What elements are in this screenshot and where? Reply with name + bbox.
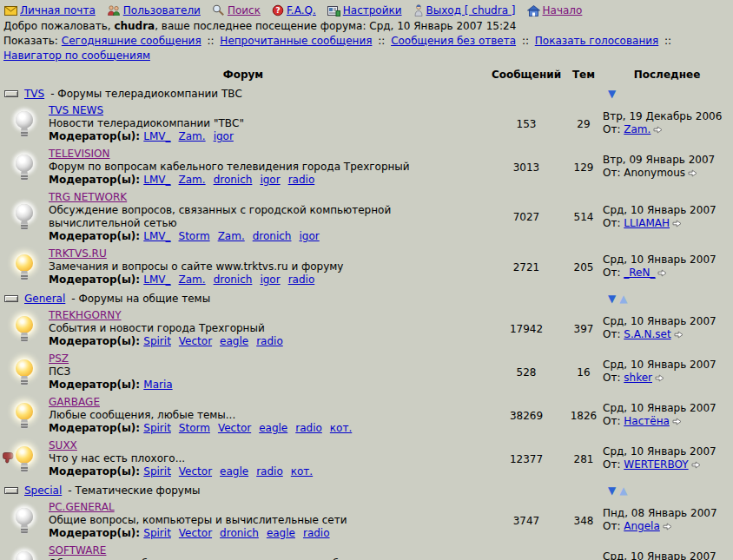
last-poster-link[interactable]: Zam. <box>624 123 650 135</box>
goto-post-icon[interactable] <box>672 218 682 231</box>
show-filter-link[interactable]: Сообщения без ответа <box>391 35 516 47</box>
nav-link-logout[interactable]: Выход [ chudra ] <box>426 4 516 16</box>
forum-title-link[interactable]: TREKHGORNY <box>49 309 122 321</box>
moderator-link[interactable]: eagle <box>220 465 248 478</box>
moderator-link[interactable]: Spirit <box>143 335 171 347</box>
nav-link-faq[interactable]: F.A.Q. <box>287 4 316 16</box>
moderator-link[interactable]: Spirit <box>143 422 171 434</box>
moderator-link[interactable]: igor <box>214 130 234 142</box>
moderator-link[interactable]: dronich <box>214 273 253 286</box>
last-poster-link[interactable]: S.A.N.set <box>624 328 670 340</box>
category-link[interactable]: General <box>24 293 65 305</box>
last-poster-link[interactable]: Настёна <box>624 415 670 427</box>
goto-post-icon[interactable] <box>655 372 664 385</box>
welcome-prefix: Добро пожаловать, <box>3 20 114 32</box>
moderator-link[interactable]: igor <box>260 273 280 286</box>
posts-count: 3747 <box>486 515 566 527</box>
goto-post-icon[interactable] <box>653 124 663 137</box>
moderator-link[interactable]: Vector <box>179 465 212 478</box>
moderator-link[interactable]: LMV_ <box>143 130 170 142</box>
forum-row: SUXXЧто у нас есть плохого...Модератор(ы… <box>0 438 733 481</box>
moderator-link[interactable]: dronich <box>214 174 253 186</box>
last-poster-link[interactable]: _ReN_ <box>624 267 655 279</box>
goto-post-icon[interactable] <box>688 168 697 181</box>
moderator-link[interactable]: radio <box>295 422 322 434</box>
moderator-link[interactable]: LMV_ <box>143 174 170 186</box>
nav-link-search[interactable]: Поиск <box>228 4 261 16</box>
forum-title-link[interactable]: TELEVISION <box>49 148 110 160</box>
moderator-link[interactable]: Storm <box>179 422 210 434</box>
forum-title-link[interactable]: GARBAGE <box>49 396 100 408</box>
nav-item: Начало <box>527 4 583 16</box>
goto-post-icon[interactable] <box>691 459 701 472</box>
goto-post-icon[interactable] <box>663 521 672 534</box>
collapse-down-icon[interactable]: ▼ <box>608 88 619 100</box>
moderator-link[interactable]: dronich <box>220 527 259 539</box>
moderator-link[interactable]: Zam. <box>179 273 206 286</box>
forum-description: ПСЗ <box>49 366 481 379</box>
welcome-line: Добро пожаловать, chudra, ваше последнее… <box>0 19 733 34</box>
last-poster-link[interactable]: Angela <box>624 520 660 532</box>
collapse-up-icon[interactable]: ▲ <box>619 484 631 497</box>
collapse-down-icon[interactable]: ▼ <box>608 484 619 497</box>
moderator-link[interactable]: Spirit <box>143 527 171 539</box>
last-poster-link[interactable]: LLIAMAH <box>624 217 670 229</box>
collapse-down-icon[interactable]: ▼ <box>608 293 619 305</box>
moderator-link[interactable]: dronich <box>253 230 292 242</box>
moderator-link[interactable]: igor <box>260 174 280 186</box>
bulb-neck <box>21 419 28 423</box>
nav-link-settings[interactable]: Настройки <box>343 4 402 16</box>
moderator-link[interactable]: radio <box>256 465 283 478</box>
show-filter-link[interactable]: Сегодняшние сообщения <box>62 35 201 47</box>
forum-title-link[interactable]: TVS NEWS <box>49 104 103 116</box>
moderator-link[interactable]: eagle <box>220 335 248 347</box>
forum-title-link[interactable]: TRKTVS.RU <box>49 247 107 260</box>
show-filter-link[interactable]: Показать голосования <box>535 35 658 47</box>
nav-link-mail[interactable]: Личная почта <box>20 4 96 16</box>
moderator-link[interactable]: igor <box>299 230 319 242</box>
moderator-link[interactable]: eagle <box>267 527 295 539</box>
moderator-link[interactable]: Zam. <box>179 174 206 186</box>
moderator-link[interactable]: Vector <box>179 527 212 539</box>
last-poster-link[interactable]: shker <box>624 372 652 384</box>
bulb-no-new-posts-icon <box>13 203 36 231</box>
moderator-link[interactable]: LMV_ <box>143 273 170 286</box>
category-link[interactable]: Special <box>24 484 62 497</box>
moderator-link[interactable]: eagle <box>259 422 287 434</box>
collapse-up-icon[interactable]: ▲ <box>619 293 631 305</box>
last-post-from: От: Настёна <box>603 415 733 429</box>
category-desc: - Форумы на общие темы <box>71 293 210 305</box>
moderator-link[interactable]: Storm <box>179 230 210 242</box>
goto-post-icon[interactable] <box>657 267 667 280</box>
forum-row: TRKTVS.RUЗамечания и вопросы о сайте www… <box>0 246 733 289</box>
moderator-link[interactable]: LMV_ <box>143 230 170 242</box>
moderator-link[interactable]: Vector <box>179 335 212 347</box>
forum-title-link[interactable]: PSZ <box>49 352 69 365</box>
moderator-link[interactable]: radio <box>288 273 315 286</box>
nav-link-users[interactable]: Пользователи <box>123 4 201 16</box>
forum-row: PSZПСЗМодератор(ы): Maria52816Срд, 10 Ян… <box>0 351 733 394</box>
moderator-link[interactable]: Zam. <box>179 130 206 142</box>
moderator-link[interactable]: кот. <box>291 465 313 478</box>
last-poster-link[interactable]: WERTERBOY <box>624 458 688 471</box>
forum-title-link[interactable]: SOFTWARE <box>49 544 106 557</box>
last-post-from: От: shker <box>603 372 733 385</box>
goto-post-icon[interactable] <box>672 416 682 429</box>
goto-post-icon[interactable] <box>674 329 683 342</box>
nav-link-home[interactable]: Начало <box>543 4 583 16</box>
moderator-link[interactable]: кот. <box>330 422 352 434</box>
moderator-link[interactable]: radio <box>288 174 315 186</box>
moderator-link[interactable]: Vector <box>218 422 251 434</box>
forum-title-link[interactable]: PC.GENERAL <box>49 501 115 513</box>
moderator-link[interactable]: Maria <box>143 379 172 391</box>
moderator-link[interactable]: Zam. <box>218 230 245 242</box>
show-filter-link[interactable]: Непрочитанные сообщения <box>220 35 372 47</box>
moderator-link[interactable]: radio <box>256 335 283 347</box>
forum-title-link[interactable]: TRG NETWORK <box>49 191 127 203</box>
moderator-link[interactable]: Spirit <box>143 465 171 478</box>
show-bar: Показать:Сегодняшние сообщения :: Непроч… <box>0 34 733 49</box>
forum-title-link[interactable]: SUXX <box>49 439 77 451</box>
category-link[interactable]: TVS <box>24 88 44 100</box>
message-navigator-link[interactable]: Навигатор по сообщениям <box>3 49 150 62</box>
moderator-link[interactable]: radio <box>303 527 330 539</box>
